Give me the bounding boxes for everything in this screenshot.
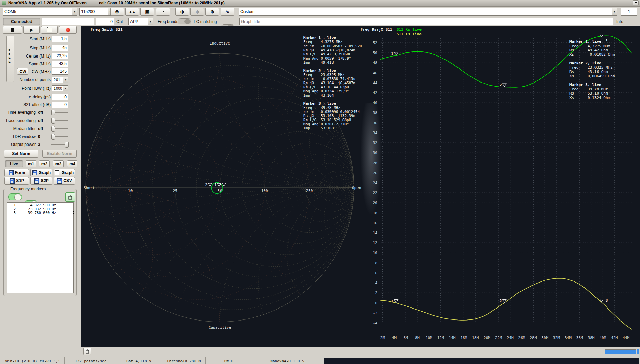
memory-button-m4[interactable]: m4 <box>67 160 77 167</box>
set-norm-button[interactable]: Set Norm <box>4 150 38 158</box>
smith-impedance-label: 10 <box>128 189 133 193</box>
save-button-label: S1P <box>16 178 24 183</box>
toolbar-button-usb-disconnect-icon[interactable]: ψ <box>190 8 204 16</box>
graph-xtick-label: 28M <box>530 336 537 340</box>
play-button[interactable]: ▶ <box>23 26 40 34</box>
graph-ytick-label: 12 <box>373 241 377 245</box>
slider-4[interactable] <box>51 142 68 147</box>
freq-field-1[interactable]: 45 <box>52 45 68 51</box>
toolbar-button-chart-window-icon[interactable]: ∿ <box>221 8 234 16</box>
smith-admittance-arc <box>81 26 220 188</box>
num-field-1[interactable]: 0 <box>52 102 68 108</box>
num-field-0[interactable]: 0 <box>52 94 68 100</box>
open-file-button[interactable] <box>41 26 58 34</box>
panel-divider-glow <box>360 103 382 216</box>
minimize-button[interactable]: – <box>633 0 639 5</box>
save-s1p-button[interactable]: S1P <box>4 177 29 185</box>
connected-button[interactable]: Connected <box>3 18 40 25</box>
graph-xtick-label: 24M <box>507 336 514 340</box>
enable-norm-button[interactable]: Enable Norm <box>42 150 77 158</box>
memory-button-live[interactable]: Live <box>5 160 23 167</box>
address-field[interactable] <box>42 18 94 25</box>
memory-button-label: m3 <box>55 162 61 166</box>
slider-handle[interactable] <box>51 126 55 132</box>
marker-frequency: 39 780 000 Hz <box>16 211 56 215</box>
expander-strip[interactable]: ▶▶▶▶ <box>6 36 14 82</box>
memory-button-m1[interactable]: m1 <box>26 160 36 167</box>
clear-markers-button[interactable] <box>83 348 91 355</box>
graph-title-input[interactable] <box>239 18 613 25</box>
marker-block-title: Marker 2 , live <box>303 68 336 73</box>
memory-button-label: m4 <box>69 162 75 166</box>
toolbar-button-calibration-target-icon[interactable]: ⊕ <box>205 8 219 16</box>
freq-field-4[interactable]: 145 <box>52 68 68 75</box>
memory-button-m3[interactable]: m3 <box>53 160 64 167</box>
save-form-button[interactable]: Form <box>4 169 29 176</box>
slider-3[interactable] <box>51 134 68 139</box>
slider-handle[interactable] <box>65 142 69 148</box>
sweep-progress-fill <box>605 350 636 354</box>
save-s2p-button[interactable]: S2P <box>30 177 52 185</box>
smith-reactance-arc <box>220 188 488 347</box>
baud-rate-select[interactable]: 115200 ▾ <box>79 8 113 16</box>
slider-handle[interactable] <box>51 134 55 140</box>
status-item-5: NanoVNA-H 1.0.5 <box>252 357 323 364</box>
smith-reactance-arc <box>309 188 399 277</box>
marker-block-title: Marker 1 , live <box>303 36 336 40</box>
dropdown-0[interactable]: 201▾ <box>52 77 68 83</box>
save-csv-button[interactable]: CSV <box>54 177 75 185</box>
toolbar-button-usb-connect-icon[interactable]: ψ <box>175 8 189 16</box>
copy-graph-button[interactable]: Graph <box>54 169 75 176</box>
slider-value: off <box>38 126 50 131</box>
graph-xtick-label: 42M <box>611 336 618 340</box>
freq-field-2[interactable]: 23,25 <box>52 53 68 59</box>
slider-handle[interactable] <box>51 110 55 115</box>
smith-reactance-arc <box>258 188 450 347</box>
toolbar-button-screenshot-icon[interactable]: ▣ <box>140 8 154 16</box>
cal-mode-select[interactable]: APP ▾ <box>128 18 153 25</box>
dropdown-1[interactable]: 1000▾ <box>52 85 68 91</box>
stop-button[interactable] <box>3 26 22 34</box>
com-port-select[interactable]: COM5 ▾ <box>3 8 77 16</box>
status-item-0: Win-10 (v10.0) ru-RU ',' <box>1 357 65 364</box>
trash-icon <box>85 349 89 354</box>
freq-field-3[interactable]: 43,5 <box>52 61 68 67</box>
slider-1[interactable] <box>51 118 68 123</box>
smith-marker-number: 2 <box>205 183 208 187</box>
offset-field[interactable] <box>96 18 114 25</box>
toolbar-button-timer-icon[interactable]: ◔ <box>156 8 170 16</box>
page-number-field[interactable] <box>621 8 637 16</box>
record-button[interactable] <box>59 26 77 34</box>
freq-field-0[interactable]: 1,5 <box>52 36 68 42</box>
slider-handle[interactable] <box>51 118 55 124</box>
cal-label: Cal <box>116 19 123 24</box>
frequency-markers-list[interactable]: 14 327 500 Hz223 032 500 Hz339 780 000 H… <box>7 202 74 293</box>
graph-xtick-label: 38M <box>588 336 595 340</box>
slider-0[interactable] <box>51 110 68 115</box>
smith-reactance-arc <box>162 188 546 347</box>
graph-ytick-label: 14 <box>373 231 378 235</box>
smith-marker-number: 1 <box>214 183 217 187</box>
memory-button-m2[interactable]: m2 <box>39 160 50 167</box>
slider-2[interactable] <box>51 126 68 131</box>
memory-button-label: m1 <box>28 162 34 166</box>
cw-button[interactable]: CW <box>17 68 28 75</box>
save-graph-button[interactable]: Graph <box>30 169 52 176</box>
status-item-1: 122 points/sec <box>66 357 116 364</box>
marker-list-item[interactable]: 339 780 000 Hz <box>7 211 73 215</box>
toolbar-button-settings-icon[interactable]: ⊛ <box>110 8 124 16</box>
status-bar: Win-10 (v10.0) ru-RU ','122 points/secBa… <box>0 357 640 364</box>
smith-short-label: Short <box>84 186 95 190</box>
freq-bands-toggle[interactable] <box>178 18 191 24</box>
chart-window-icon: ∿ <box>225 9 229 14</box>
slider-value: off <box>38 118 50 123</box>
field-label: Start (MHz) <box>0 37 51 41</box>
graph-ytick-label: 44 <box>373 81 378 85</box>
preset-select[interactable]: Custom ▾ <box>239 8 617 16</box>
dropdown-value: 201 <box>54 78 60 82</box>
toolbar-button-sweep-arrows-icon[interactable]: ▲▲ <box>125 8 139 16</box>
enable-norm-label: Enable Norm <box>47 151 72 156</box>
field-label: S21 offset (dB) <box>0 102 51 107</box>
marker-toggle-1[interactable] <box>8 193 22 200</box>
delete-marker-button[interactable] <box>65 192 75 202</box>
